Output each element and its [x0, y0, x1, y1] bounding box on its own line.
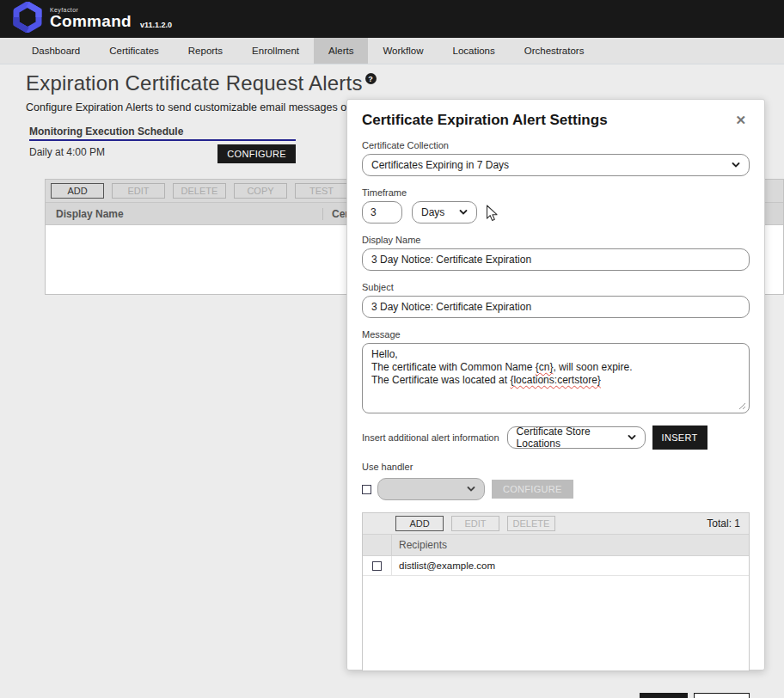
recipient-email: distlist@example.com — [392, 560, 495, 571]
display-name-input[interactable] — [362, 248, 750, 271]
message-textarea[interactable]: Hello, The certificate with Common Name … — [362, 343, 750, 413]
timeframe-unit-select[interactable]: Days — [412, 201, 477, 223]
nav-item-certificates[interactable]: Certificates — [95, 38, 174, 64]
nav-item-locations[interactable]: Locations — [438, 38, 510, 64]
timeframe-value-input[interactable] — [362, 201, 402, 223]
resize-handle-icon[interactable] — [738, 402, 746, 410]
page-title: Expiration Certificate Request Alerts — [26, 71, 363, 95]
nav-item-dashboard[interactable]: Dashboard — [17, 38, 95, 64]
recipients-toolbar: ADD EDIT DELETE Total: 1 — [363, 513, 749, 535]
recipients-total-count: Total: 1 — [707, 517, 740, 530]
monitoring-execution-schedule-section: Monitoring Execution Schedule Daily at 4… — [29, 126, 296, 163]
recipient-add-button[interactable]: ADD — [395, 516, 444, 531]
certificate-expiration-alert-settings-dialog: Certificate Expiration Alert Settings ✕ … — [346, 99, 765, 670]
recipients-column-label: Recipients — [392, 539, 447, 551]
certificate-collection-value: Certificates Expiring in 7 Days — [371, 159, 509, 171]
app-header: Keyfactor Command v11.1.2.0 — [0, 0, 784, 38]
alerts-test-button[interactable]: TEST — [295, 183, 348, 199]
alerts-copy-button[interactable]: COPY — [234, 183, 287, 199]
alerts-delete-button[interactable]: DELETE — [173, 183, 226, 199]
keyfactor-logo-icon — [12, 2, 43, 36]
alerts-add-button[interactable]: ADD — [51, 183, 104, 199]
use-handler-label: Use handler — [362, 462, 750, 472]
insert-additional-info-label: Insert additional alert information — [362, 432, 499, 443]
column-display-name: Display Name — [46, 208, 322, 220]
nav-item-orchestrators[interactable]: Orchestrators — [510, 38, 599, 64]
certificate-collection-label: Certificate Collection — [362, 140, 750, 150]
subject-label: Subject — [362, 282, 750, 292]
close-icon[interactable]: ✕ — [732, 112, 750, 128]
message-label: Message — [362, 329, 750, 340]
chevron-down-icon — [732, 161, 740, 169]
chevron-down-icon — [628, 433, 636, 442]
help-icon[interactable]: ? — [365, 73, 377, 84]
monitoring-schedule-heading: Monitoring Execution Schedule — [29, 126, 296, 141]
recipients-table-empty-area — [363, 576, 749, 670]
template-token-certstore: {locations:certstore} — [510, 374, 600, 386]
handler-select-disabled[interactable] — [377, 478, 485, 500]
monitoring-schedule-value: Daily at 4:00 PM — [29, 146, 105, 158]
alerts-edit-button[interactable]: EDIT — [112, 183, 165, 199]
certificate-collection-select[interactable]: Certificates Expiring in 7 Days — [362, 154, 750, 176]
cancel-button[interactable]: CANCEL — [694, 693, 750, 698]
recipients-table-header: Recipients — [363, 535, 749, 556]
configure-schedule-button[interactable]: CONFIGURE — [217, 144, 296, 163]
checkbox-column-header — [363, 535, 392, 555]
nav-item-alerts[interactable]: Alerts — [314, 38, 368, 64]
app-version: v11.1.2.0 — [140, 21, 172, 29]
recipients-table: ADD EDIT DELETE Total: 1 Recipients dist… — [362, 512, 750, 671]
insert-info-select[interactable]: Certificate Store Locations — [507, 426, 646, 449]
chevron-down-icon — [467, 485, 475, 493]
mouse-cursor-icon — [486, 205, 499, 227]
recipient-delete-button[interactable]: DELETE — [507, 516, 555, 531]
use-handler-checkbox[interactable] — [362, 485, 371, 494]
chevron-down-icon — [459, 208, 468, 217]
display-name-label: Display Name — [362, 235, 750, 245]
dialog-title: Certificate Expiration Alert Settings — [362, 112, 608, 129]
brand-name-large: Command — [50, 13, 132, 29]
insert-button[interactable]: INSERT — [652, 426, 707, 450]
nav-item-enrollment[interactable]: Enrollment — [237, 38, 314, 64]
timeframe-label: Timeframe — [362, 187, 750, 198]
nav-item-workflow[interactable]: Workflow — [368, 38, 438, 64]
insert-info-value: Certificate Store Locations — [517, 426, 621, 450]
recipient-row-checkbox[interactable] — [372, 561, 382, 571]
recipient-edit-button[interactable]: EDIT — [451, 516, 499, 531]
template-token-cn: {cn} — [536, 361, 554, 373]
subject-input[interactable] — [362, 296, 750, 318]
recipient-row[interactable]: distlist@example.com — [363, 556, 749, 576]
configure-handler-button[interactable]: CONFIGURE — [492, 480, 573, 499]
save-button[interactable]: SAVE — [640, 693, 689, 698]
main-nav: Dashboard Certificates Reports Enrollmen… — [0, 38, 784, 64]
timeframe-unit-value: Days — [421, 206, 444, 218]
nav-item-reports[interactable]: Reports — [174, 38, 237, 64]
